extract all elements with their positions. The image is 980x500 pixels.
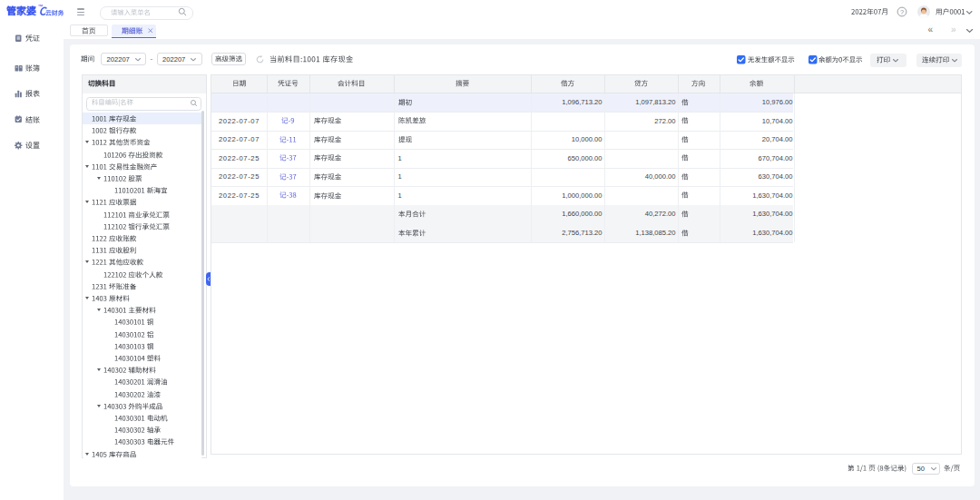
svg-text:?: ?	[899, 8, 903, 16]
